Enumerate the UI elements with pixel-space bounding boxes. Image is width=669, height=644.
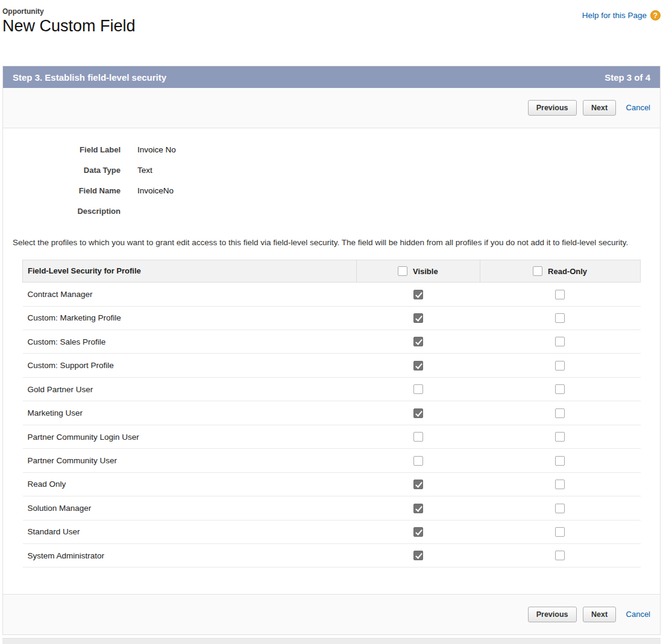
step-title: Step 3. Establish field-level security [13, 72, 166, 83]
top-button-bar: Previous Next Cancel [3, 88, 660, 128]
profile-name: Gold Partner User [23, 377, 357, 401]
title-block: Opportunity New Custom Field [2, 7, 136, 36]
visible-cell [356, 496, 480, 520]
visible-cell [356, 425, 480, 448]
readonly-cell [480, 472, 641, 496]
next-button[interactable]: Next [583, 100, 616, 116]
readonly-checkbox[interactable] [555, 290, 565, 299]
field-detail-label: Field Label [3, 145, 121, 154]
readonly-cell [480, 449, 641, 472]
profile-name: Marketing User [23, 401, 357, 425]
visible-checkbox[interactable] [413, 480, 423, 489]
readonly-column-label: Read-Only [548, 267, 587, 276]
field-detail-row: Field NameInvoiceNo [3, 186, 660, 207]
profile-row: Standard User [23, 520, 641, 543]
field-detail-label: Data Type [3, 166, 121, 175]
profile-name: Custom: Marketing Profile [23, 306, 357, 330]
help-link[interactable]: Help for this Page [582, 11, 647, 20]
visible-cell [356, 543, 480, 567]
visible-checkbox[interactable] [413, 337, 423, 346]
profile-row: Custom: Marketing Profile [23, 306, 641, 330]
readonly-cell [480, 354, 641, 377]
readonly-cell [480, 377, 641, 401]
field-detail-value: InvoiceNo [137, 186, 174, 195]
profile-name: Solution Manager [23, 496, 357, 520]
visible-all-checkbox[interactable] [398, 266, 407, 276]
readonly-cell [480, 401, 641, 425]
profile-name: Standard User [23, 520, 357, 543]
visible-checkbox[interactable] [413, 408, 423, 418]
field-detail-value: Text [137, 166, 152, 175]
readonly-checkbox[interactable] [555, 408, 565, 418]
profile-name: Custom: Sales Profile [23, 330, 357, 354]
readonly-checkbox[interactable] [555, 384, 565, 394]
visible-checkbox[interactable] [413, 384, 423, 394]
field-detail-label: Description [3, 207, 121, 216]
page: Opportunity New Custom Field Help for th… [0, 0, 669, 644]
profile-row: Contract Manager [23, 283, 641, 306]
visible-checkbox[interactable] [413, 551, 423, 560]
footer-strip [2, 638, 661, 644]
page-header: Opportunity New Custom Field Help for th… [2, 0, 661, 36]
readonly-checkbox[interactable] [555, 527, 565, 537]
cancel-link[interactable]: Cancel [626, 103, 650, 112]
visible-checkbox[interactable] [413, 527, 423, 537]
visible-checkbox[interactable] [413, 456, 423, 466]
help-area: Help for this Page ? [582, 7, 661, 20]
visible-cell [356, 377, 480, 401]
page-title: New Custom Field [2, 17, 136, 36]
profile-name: Partner Community Login User [23, 425, 357, 448]
help-icon[interactable]: ? [650, 10, 661, 20]
readonly-cell [480, 283, 641, 306]
readonly-checkbox[interactable] [555, 361, 565, 370]
previous-button[interactable]: Previous [528, 100, 577, 116]
readonly-checkbox[interactable] [555, 456, 565, 466]
visible-checkbox[interactable] [413, 361, 423, 370]
readonly-checkbox[interactable] [555, 337, 565, 346]
profile-row: System Administrator [23, 543, 641, 567]
profile-name: Partner Community User [23, 449, 357, 472]
wizard-panel: Step 3. Establish field-level security S… [2, 66, 661, 635]
field-detail-row: Description [3, 207, 660, 227]
readonly-all-checkbox[interactable] [533, 266, 542, 276]
table-header-row: Field-Level Security for Profile Visible… [23, 260, 641, 283]
cancel-link-bottom[interactable]: Cancel [626, 610, 650, 619]
readonly-checkbox[interactable] [555, 551, 565, 560]
profile-row: Custom: Sales Profile [23, 330, 641, 354]
visible-column-label: Visible [413, 267, 438, 276]
visible-checkbox[interactable] [413, 432, 423, 442]
visible-column-header: Visible [356, 260, 480, 283]
readonly-checkbox[interactable] [555, 504, 565, 513]
visible-cell [356, 472, 480, 496]
profile-row: Solution Manager [23, 496, 641, 520]
visible-checkbox[interactable] [413, 290, 423, 299]
entity-label: Opportunity [2, 7, 136, 16]
profile-column-header: Field-Level Security for Profile [23, 260, 357, 283]
instructions-text: Select the profiles to which you want to… [13, 237, 650, 249]
wizard-content: Field LabelInvoice NoData TypeTextField … [3, 128, 660, 567]
next-button-bottom[interactable]: Next [583, 607, 616, 622]
field-detail-label: Field Name [3, 186, 121, 195]
field-detail-row: Data TypeText [3, 166, 660, 186]
visible-cell [356, 283, 480, 306]
readonly-cell [480, 306, 641, 330]
visible-checkbox[interactable] [413, 313, 423, 323]
field-detail-value: Invoice No [137, 145, 176, 154]
step-indicator: Step 3 of 4 [605, 72, 650, 83]
profile-row: Gold Partner User [23, 377, 641, 401]
readonly-checkbox[interactable] [555, 313, 565, 323]
readonly-checkbox[interactable] [555, 480, 565, 489]
profile-row: Partner Community User [23, 449, 641, 472]
readonly-checkbox[interactable] [555, 432, 565, 442]
profile-name: System Administrator [23, 543, 357, 567]
previous-button-bottom[interactable]: Previous [528, 607, 577, 622]
visible-cell [356, 306, 480, 330]
profile-name: Contract Manager [23, 283, 357, 306]
visible-cell [356, 449, 480, 472]
wizard-step-header: Step 3. Establish field-level security S… [3, 66, 660, 88]
profile-row: Marketing User [23, 401, 641, 425]
readonly-column-header: Read-Only [480, 260, 641, 283]
readonly-cell [480, 543, 641, 567]
visible-checkbox[interactable] [413, 504, 423, 513]
readonly-cell [480, 520, 641, 543]
